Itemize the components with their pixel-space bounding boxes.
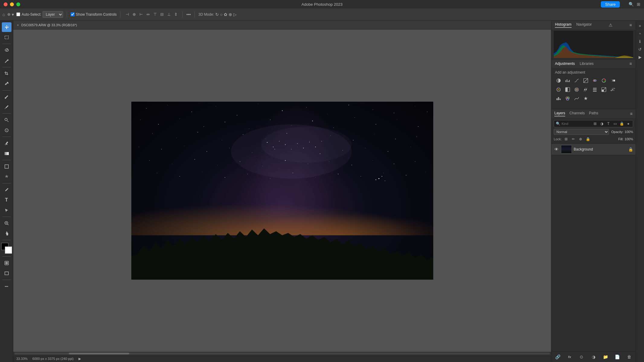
curves-adj[interactable] — [573, 77, 580, 84]
layers-search-input[interactable] — [562, 122, 591, 125]
gradient-tool[interactable] — [2, 149, 11, 158]
filter-toggle-icon[interactable]: ● — [626, 121, 631, 126]
eraser-tool[interactable] — [2, 138, 11, 148]
lock-artboards-icon[interactable]: ⊕ — [578, 136, 583, 142]
move-tool-options[interactable]: ⊕ — [7, 12, 11, 17]
share-button[interactable]: Share — [601, 1, 620, 8]
hsl-adj[interactable] — [600, 77, 607, 84]
close-button[interactable] — [4, 2, 8, 6]
blend-mode-select[interactable]: Normal Multiply Screen Overlay — [554, 129, 609, 135]
adjustment-layer-icon[interactable]: ◑ — [590, 354, 597, 360]
move-tool[interactable] — [2, 22, 11, 32]
crop-tool[interactable] — [2, 69, 11, 78]
blur-tool[interactable] — [2, 172, 11, 182]
lock-position-icon[interactable]: 🔒 — [585, 136, 591, 142]
move-tool-dropdown[interactable]: ▾ — [12, 12, 14, 17]
new-group-icon[interactable]: 📁 — [602, 354, 609, 360]
maximize-button[interactable] — [16, 2, 20, 6]
3d-orbit-icon[interactable]: ○ — [220, 12, 223, 17]
tab-libraries[interactable]: Libraries — [580, 62, 594, 66]
selective-color-adj[interactable] — [564, 95, 571, 102]
align-left-icon[interactable]: ⊣ — [124, 11, 130, 17]
brightness-contrast-adj[interactable] — [555, 77, 562, 84]
lock-paint-icon[interactable]: ✏ — [571, 136, 576, 142]
filter-shape-icon[interactable]: ▭ — [612, 121, 618, 126]
fill-value[interactable]: 100% — [625, 137, 633, 141]
threshold-adj[interactable] — [555, 95, 562, 102]
new-layer-icon[interactable]: 📄 — [614, 354, 621, 360]
home-icon[interactable]: ⌂ — [2, 12, 5, 17]
search-icon[interactable]: 🔍 — [629, 2, 634, 7]
minimize-button[interactable] — [10, 2, 14, 6]
healing-brush-tool[interactable] — [2, 92, 11, 102]
shadow-highlight-adj[interactable] — [573, 95, 580, 102]
vibrance-adj[interactable] — [591, 77, 598, 84]
filter-pixel-icon[interactable]: ⊞ — [592, 121, 598, 126]
align-bottom-icon[interactable]: ⊥ — [166, 11, 172, 17]
opacity-value[interactable]: 100% — [625, 130, 633, 134]
clone-stamp-tool[interactable] — [2, 115, 11, 125]
3d-rotate-icon[interactable]: ↻ — [215, 12, 219, 17]
align-top-icon[interactable]: ⊤ — [152, 11, 158, 17]
filter-adjustment-icon[interactable]: ◑ — [599, 121, 604, 126]
eyedropper-tool[interactable] — [2, 79, 11, 89]
history-strip-icon[interactable]: ↺ — [637, 46, 643, 52]
shape-tool[interactable] — [2, 162, 11, 171]
transform-controls-checkbox[interactable] — [71, 12, 75, 16]
histogram-warning-icon[interactable]: ⚠ — [609, 23, 613, 27]
layer-visibility-toggle[interactable]: 👁 — [554, 147, 559, 152]
scroll-thumb[interactable] — [69, 353, 129, 354]
posterize-adj[interactable] — [609, 86, 617, 93]
horizontal-scrollbar[interactable] — [13, 352, 551, 355]
foreground-background-colors[interactable] — [1, 243, 12, 254]
exposure-adj[interactable] — [582, 77, 589, 84]
status-arrow[interactable]: ▶ — [78, 357, 81, 361]
tab-navigator[interactable]: Navigator — [576, 22, 592, 28]
add-mask-icon[interactable]: ⊙ — [578, 354, 585, 360]
canvas-image[interactable] — [131, 102, 433, 280]
3d-slide-icon[interactable]: ⊕ — [229, 12, 232, 17]
align-width-icon[interactable]: ⇔ — [145, 11, 151, 17]
channel-mixer-adj[interactable] — [582, 86, 589, 93]
tab-paths[interactable]: Paths — [589, 111, 598, 116]
extra-tools[interactable]: ••• — [2, 281, 11, 291]
color-lookup-adj[interactable] — [591, 86, 598, 93]
window-icon[interactable]: ⊞ — [637, 2, 640, 7]
tab-channels[interactable]: Channels — [569, 111, 585, 116]
histogram-expand-icon[interactable]: ≡ — [630, 23, 632, 27]
tab-adjustments[interactable]: Adjustments — [555, 62, 575, 66]
lock-transparent-icon[interactable]: ⊞ — [563, 136, 569, 142]
fx-icon[interactable]: fx — [566, 354, 573, 360]
3d-scale-icon[interactable]: ▷ — [233, 12, 237, 17]
adjustments-strip-icon[interactable]: ≈ — [637, 30, 643, 37]
magic-wand-tool[interactable] — [2, 56, 11, 65]
hand-tool[interactable] — [2, 229, 11, 238]
3d-pan-icon[interactable]: ✿ — [224, 12, 227, 17]
invert-adj[interactable] — [600, 86, 607, 93]
gradient-map-adj[interactable] — [609, 77, 617, 84]
layer-lock-icon[interactable]: 🔒 — [628, 147, 633, 152]
info-strip-icon[interactable]: ℹ — [637, 38, 643, 45]
quick-mask-tool[interactable] — [2, 258, 11, 268]
filter-text-icon[interactable]: T — [606, 121, 611, 126]
layers-list[interactable]: 👁 Background 🔒 — [551, 144, 636, 351]
hdr-toning-adj[interactable] — [582, 95, 589, 102]
type-tool[interactable]: T — [2, 195, 11, 205]
brush-tool[interactable] — [2, 102, 11, 112]
lasso-tool[interactable] — [2, 46, 11, 55]
background-color[interactable] — [5, 246, 12, 254]
collapse-panels-icon[interactable]: » — [637, 22, 643, 29]
align-height-icon[interactable]: ⇕ — [173, 11, 179, 17]
zoom-tool[interactable] — [2, 218, 11, 228]
filter-smart-icon[interactable]: 🔒 — [619, 121, 624, 126]
layers-search[interactable]: 🔍 ⊞ ◑ T ▭ 🔒 ● — [554, 120, 633, 127]
canvas-wrapper[interactable] — [13, 30, 551, 352]
auto-select-dropdown[interactable]: Layer Group — [43, 11, 63, 18]
color-balance-adj[interactable] — [555, 86, 562, 93]
tab-histogram[interactable]: Histogram — [555, 22, 572, 28]
link-layers-icon[interactable]: 🔗 — [554, 354, 561, 360]
align-right-icon[interactable]: ⊢ — [138, 11, 144, 17]
layer-name[interactable]: Background — [574, 147, 626, 151]
layers-expand-icon[interactable]: ≡ — [630, 111, 633, 116]
screen-mode-tool[interactable] — [2, 268, 11, 278]
